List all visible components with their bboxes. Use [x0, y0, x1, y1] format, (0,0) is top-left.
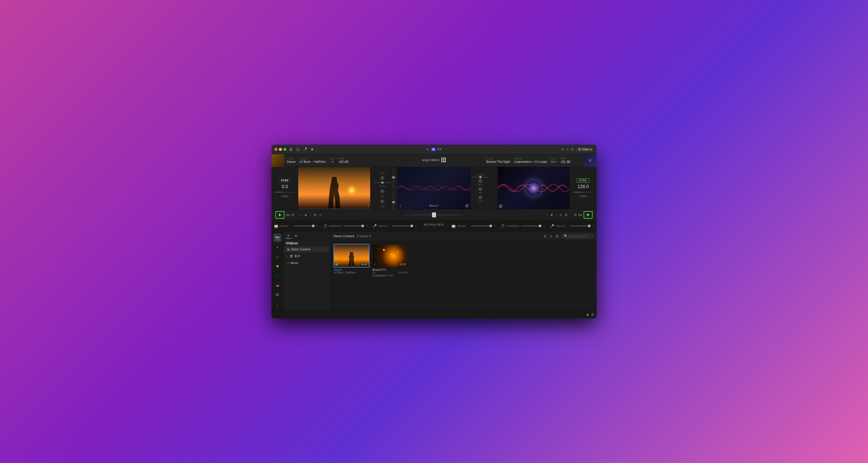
- refresh-icon[interactable]: ↻: [426, 147, 429, 151]
- grid-icon[interactable]: ▦: [289, 147, 292, 151]
- left-drums-slider[interactable]: [293, 225, 315, 226]
- blend-label[interactable]: Blend ▾: [429, 204, 439, 207]
- right-prev-arrow[interactable]: ‹: [556, 213, 557, 217]
- right-eq-main: FILTER HIGH MID LOW: [472, 174, 489, 202]
- left-prev-arrow[interactable]: ‹: [300, 213, 301, 217]
- search-box[interactable]: 🔍 Search Videos: [561, 234, 594, 239]
- sidebar-item-upload[interactable]: ↑: [273, 300, 282, 308]
- left-artist-label: ARTIST: [300, 158, 326, 160]
- right-next-arrow[interactable]: ›: [546, 213, 547, 217]
- left-eq-fader[interactable]: [393, 168, 394, 188]
- mic-icon[interactable]: 🎤: [303, 147, 307, 151]
- browser-item-video[interactable]: › 🎬 影片: [284, 253, 329, 259]
- left-key-selector[interactable]: -- ▾: [330, 160, 335, 163]
- sidebar-item-chevron[interactable]: ▾: [273, 243, 282, 251]
- n-badge[interactable]: N: [431, 148, 436, 151]
- browser-item-music[interactable]: ♬ Music: [284, 260, 329, 266]
- right-drums-send[interactable]: ↗: [494, 224, 496, 227]
- left-vocals-slider[interactable]: [392, 225, 413, 226]
- left-cue-button[interactable]: Set: [286, 214, 289, 216]
- right-sync-button[interactable]: SYNC: [577, 178, 589, 183]
- left-trash-icon[interactable]: 🗑: [314, 213, 317, 217]
- right-video-add-icon[interactable]: 🖼: [499, 204, 502, 208]
- bottom-grid-icon[interactable]: ⊞: [591, 313, 594, 316]
- left-harmonic-send[interactable]: ↗: [366, 224, 368, 227]
- chevron-down-icon: ▾: [277, 245, 278, 249]
- bottom-play-icon[interactable]: ▶: [587, 313, 589, 316]
- right-transport: Set ↻: [570, 211, 596, 219]
- right-harmonic-slider[interactable]: [521, 225, 541, 226]
- right-vocals-slider[interactable]: [569, 225, 591, 226]
- sidebar-item-playlists[interactable]: ⁘: [273, 271, 282, 280]
- left-bpm: 0.0: [282, 184, 288, 189]
- left-eq-low-knob[interactable]: [380, 199, 384, 204]
- browser-item-democontent[interactable]: ▣ Demo Content: [284, 246, 329, 252]
- left-pitch-slider[interactable]: [275, 192, 295, 192]
- close-button[interactable]: [274, 148, 277, 151]
- right-vocals-send[interactable]: ↗: [592, 224, 594, 227]
- right-play-button[interactable]: [584, 211, 593, 219]
- left-vocals-send[interactable]: ↗: [415, 224, 416, 227]
- right-needle-icon[interactable]: ✏: [560, 213, 562, 217]
- right-time-value: -01:38: [560, 160, 570, 164]
- left-needle-icon[interactable]: ✏: [319, 213, 322, 217]
- left-filter-slider[interactable]: [374, 182, 391, 183]
- list-view-btn[interactable]: ≡: [549, 234, 553, 239]
- fx-button[interactable]: FX: [438, 147, 442, 151]
- dots-icon: ⁘: [276, 273, 279, 278]
- center-pitch-left[interactable]: ‹: [406, 213, 407, 217]
- search-input-placeholder[interactable]: Search Videos: [569, 235, 586, 238]
- video-count[interactable]: 2 Videos ▾: [357, 235, 371, 238]
- add-icon[interactable]: ⊕: [561, 147, 564, 151]
- neural-mix-arrow[interactable]: ▾: [433, 226, 434, 229]
- sidebar-item-favorites[interactable]: ★: [273, 262, 282, 270]
- left-deck-video: +: [298, 167, 370, 209]
- right-drums-slider[interactable]: [471, 225, 492, 226]
- grid-view-btn[interactable]: ⊞: [555, 234, 559, 239]
- headphones-icon[interactable]: 🎧: [296, 147, 300, 151]
- left-time-field: TIME -02:49: [338, 157, 348, 164]
- left-play-button[interactable]: [275, 211, 284, 219]
- minimize-button[interactable]: [279, 148, 282, 151]
- beyond-duration: 02:33: [399, 263, 406, 266]
- left-harmonic-slider[interactable]: [343, 225, 364, 226]
- right-cue-button[interactable]: Set: [579, 214, 582, 216]
- left-video-add-icon[interactable]: +: [367, 204, 369, 208]
- sidebar-item-beatport[interactable]: ◎: [273, 290, 282, 299]
- preview-pic-icon[interactable]: 🖼: [465, 204, 468, 208]
- right-eq-high-knob[interactable]: [478, 179, 483, 183]
- sidebar-item-camera[interactable]: 📷: [273, 234, 282, 242]
- left-drums-send[interactable]: ↗: [316, 224, 318, 227]
- waveform-icon[interactable]: ⬥: [566, 147, 568, 151]
- left-vocals-icon: 🎤: [372, 224, 377, 228]
- sidebar-item-soundcloud[interactable]: ☁: [273, 281, 282, 289]
- left-eq-high-knob[interactable]: [380, 176, 384, 180]
- filter-icon-btn[interactable]: ⊟: [543, 234, 548, 239]
- center-pitch-right[interactable]: ›: [461, 213, 462, 217]
- right-key-selector[interactable]: Eb ▾: [551, 160, 556, 163]
- right-eq-mid-knob[interactable]: [478, 187, 483, 191]
- browser-tab-grid[interactable]: ⊞: [285, 233, 291, 239]
- video-card-beyond[interactable]: ✕ ✕ ✕ ✓ 02:33 Beyond Th... Eb 128 BPM: [372, 244, 408, 278]
- right-trash-icon[interactable]: 🗑: [565, 213, 568, 217]
- left-loop-button[interactable]: ↺: [291, 213, 294, 217]
- left-eq-fader2[interactable]: [393, 191, 394, 211]
- apps-grid-icon[interactable]: ⊞: [571, 147, 574, 151]
- right-filter-slider[interactable]: [472, 177, 489, 178]
- left-next-arrow[interactable]: ›: [310, 213, 311, 217]
- right-pitch-slider[interactable]: [573, 192, 593, 192]
- right-eq-low-knob[interactable]: [478, 195, 483, 199]
- right-loop-button[interactable]: ↻: [574, 213, 577, 217]
- video-card-dance[interactable]: 🔊 03:42 Dance Lil' Buck - YakFilms: [334, 244, 370, 278]
- left-sync-button[interactable]: SYNC: [279, 178, 291, 183]
- video-thumb-beyond[interactable]: ✕ ✕ ✕ ✓ 02:33: [372, 244, 408, 268]
- video-dropdown[interactable]: 🖥 Video ▾: [576, 147, 594, 152]
- record-icon[interactable]: ⏺: [311, 147, 314, 151]
- fullscreen-button[interactable]: [283, 148, 286, 151]
- left-eq-mid-knob[interactable]: [380, 189, 384, 193]
- center-pitch-slider[interactable]: [409, 214, 459, 215]
- right-harmonic-send[interactable]: ↗: [543, 224, 545, 227]
- video-thumb-dance[interactable]: 🔊 03:42: [334, 244, 370, 268]
- browser-tab-list[interactable]: ▤: [292, 233, 299, 239]
- sidebar-item-music[interactable]: ♫: [273, 252, 282, 261]
